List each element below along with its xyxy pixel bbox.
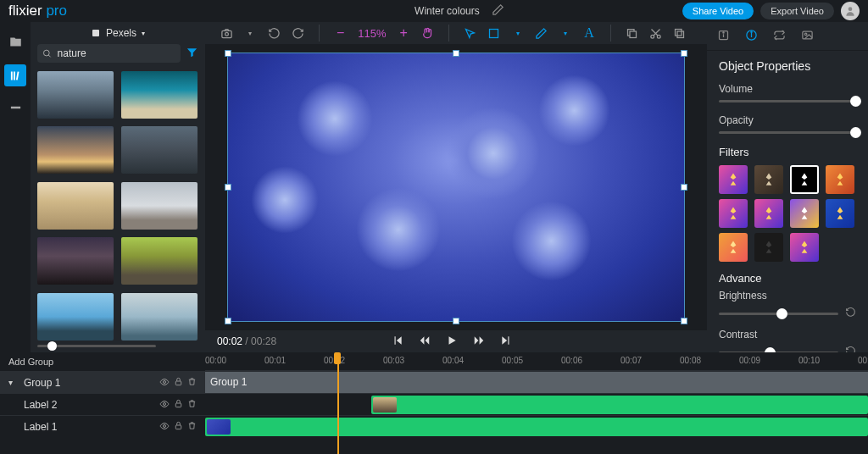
- thumb-4[interactable]: [121, 126, 198, 174]
- tab-image-icon[interactable]: [801, 29, 814, 44]
- thumb-3[interactable]: [37, 126, 114, 174]
- visibility-icon[interactable]: [159, 421, 170, 433]
- contrast-slider[interactable]: [719, 346, 856, 352]
- track-label-1[interactable]: [205, 415, 868, 437]
- add-group-button[interactable]: Add Group: [0, 352, 205, 371]
- selection-handle[interactable]: [681, 184, 687, 191]
- thumb-8[interactable]: [121, 237, 198, 285]
- share-button[interactable]: Share Video: [682, 3, 754, 19]
- thumb-zoom-slider[interactable]: [37, 345, 198, 347]
- selection-handle[interactable]: [681, 318, 687, 324]
- filter-swatch[interactable]: [790, 233, 819, 262]
- skip-end-icon[interactable]: [500, 335, 512, 349]
- filter-swatch[interactable]: [754, 233, 783, 262]
- thumb-2[interactable]: [121, 71, 198, 119]
- visibility-icon[interactable]: [159, 399, 170, 411]
- search-box[interactable]: [37, 44, 181, 63]
- edit-title-icon[interactable]: [492, 3, 504, 19]
- copy-icon[interactable]: [623, 24, 642, 42]
- user-avatar[interactable]: [841, 2, 860, 20]
- chevron-down-icon[interactable]: ▾: [509, 24, 527, 42]
- cut-icon[interactable]: [647, 24, 665, 42]
- thumb-6[interactable]: [121, 182, 198, 230]
- play-icon[interactable]: [446, 335, 458, 349]
- text-icon[interactable]: A: [580, 24, 598, 42]
- brightness-slider[interactable]: [719, 307, 856, 320]
- filter-swatch[interactable]: [790, 165, 819, 194]
- logo[interactable]: flixier pro: [8, 3, 67, 19]
- selection-handle[interactable]: [225, 184, 231, 191]
- thumb-5[interactable]: [37, 182, 114, 230]
- lock-icon[interactable]: [174, 421, 183, 433]
- lock-icon[interactable]: [174, 377, 183, 389]
- preview-frame[interactable]: [227, 53, 685, 322]
- timeline-clip[interactable]: [205, 418, 868, 436]
- timeline-tracks[interactable]: 00:00 00:01 00:02 00:03 00:04 00:05 00:0…: [205, 352, 868, 454]
- svg-rect-4: [10, 106, 19, 108]
- reset-icon[interactable]: [845, 307, 856, 320]
- timeline-label-row[interactable]: Label 1: [0, 415, 205, 437]
- selection-handle[interactable]: [453, 50, 459, 57]
- rail-library-icon[interactable]: [4, 64, 26, 86]
- filter-swatch[interactable]: [826, 165, 854, 194]
- opacity-slider[interactable]: [719, 131, 856, 134]
- chevron-down-icon[interactable]: ▾: [556, 24, 575, 42]
- visibility-icon[interactable]: [159, 377, 170, 389]
- svg-point-26: [164, 380, 166, 383]
- track-label-2[interactable]: [205, 393, 868, 415]
- volume-slider[interactable]: [719, 100, 856, 102]
- playhead[interactable]: [337, 352, 339, 454]
- camera-icon[interactable]: [217, 24, 236, 42]
- trash-icon[interactable]: [187, 421, 197, 433]
- selection-handle[interactable]: [681, 50, 687, 57]
- filter-swatch[interactable]: [754, 165, 783, 194]
- forward-icon[interactable]: [473, 335, 485, 349]
- zoom-in-button[interactable]: +: [395, 25, 413, 41]
- redo-icon[interactable]: [288, 24, 307, 42]
- timeline-group-row[interactable]: ▾ Group 1: [0, 371, 205, 393]
- selection-handle[interactable]: [453, 318, 459, 324]
- thumb-7[interactable]: [37, 237, 114, 285]
- tab-loop-icon[interactable]: [773, 29, 786, 44]
- reset-icon[interactable]: [845, 346, 856, 352]
- chevron-down-icon[interactable]: ▾: [8, 378, 19, 387]
- thumb-9[interactable]: [37, 293, 114, 340]
- thumb-1[interactable]: [37, 71, 114, 119]
- timeline-clip[interactable]: [371, 396, 868, 414]
- undo-icon[interactable]: [264, 24, 283, 42]
- pan-icon[interactable]: [418, 24, 437, 42]
- skip-start-icon[interactable]: [392, 335, 403, 349]
- filter-swatch[interactable]: [719, 165, 748, 194]
- rail-folder-icon[interactable]: [4, 30, 26, 53]
- filter-swatch[interactable]: [754, 199, 783, 228]
- timeline-label-row[interactable]: Label 2: [0, 393, 205, 415]
- filter-swatch[interactable]: [719, 199, 748, 228]
- pen-icon[interactable]: [532, 24, 551, 42]
- zoom-out-button[interactable]: −: [331, 25, 349, 41]
- tab-properties-icon[interactable]: [745, 29, 758, 44]
- lock-icon[interactable]: [174, 399, 183, 411]
- timeline-ruler[interactable]: 00:00 00:01 00:02 00:03 00:04 00:05 00:0…: [205, 352, 868, 371]
- filter-icon[interactable]: [186, 46, 198, 61]
- svg-rect-11: [630, 31, 637, 38]
- track-group-header[interactable]: Group 1: [205, 371, 868, 393]
- selection-handle[interactable]: [225, 318, 231, 324]
- source-selector[interactable]: Pexels ▾: [37, 27, 198, 39]
- selection-handle[interactable]: [225, 50, 231, 57]
- filter-swatch[interactable]: [719, 233, 748, 262]
- paste-icon[interactable]: [670, 24, 689, 42]
- search-input[interactable]: [58, 47, 175, 59]
- rectangle-icon[interactable]: [485, 24, 504, 42]
- trash-icon[interactable]: [187, 377, 197, 389]
- tab-info-icon[interactable]: [717, 29, 730, 44]
- trash-icon[interactable]: [187, 399, 197, 411]
- filter-swatch[interactable]: [826, 199, 854, 228]
- export-button[interactable]: Export Video: [760, 3, 834, 19]
- thumb-10[interactable]: [121, 293, 198, 340]
- rewind-icon[interactable]: [419, 335, 431, 349]
- canvas-viewport[interactable]: [205, 44, 707, 330]
- filter-swatch[interactable]: [790, 199, 819, 228]
- cursor-icon[interactable]: [461, 24, 480, 42]
- chevron-down-icon[interactable]: ▾: [241, 24, 259, 42]
- rail-media-icon[interactable]: [4, 98, 26, 120]
